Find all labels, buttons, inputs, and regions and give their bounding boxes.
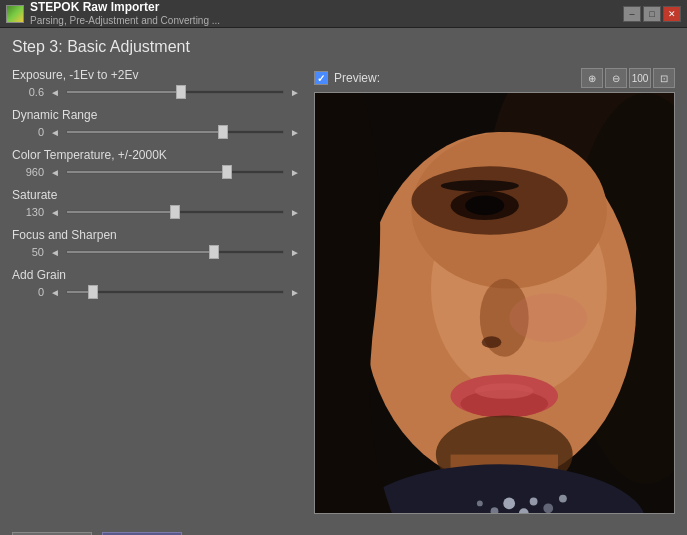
app-icon	[6, 5, 24, 23]
slider-label-exposure: Exposure, -1Ev to +2Ev	[12, 68, 302, 82]
slider-thumb-color-temperature[interactable]	[222, 165, 232, 179]
close-button[interactable]: ✕	[663, 6, 681, 22]
slider-group-add-grain: Add Grain0◄►	[12, 268, 302, 298]
preview-label: Preview:	[334, 71, 380, 85]
slider-track-saturate[interactable]	[66, 210, 284, 214]
svg-point-17	[530, 498, 538, 506]
slider-label-add-grain: Add Grain	[12, 268, 302, 282]
svg-point-19	[559, 495, 567, 503]
title-text-group: STEPOK Raw Importer Parsing, Pre-Adjustm…	[30, 0, 623, 26]
checkbox-checkmark: ✓	[317, 73, 325, 84]
slider-value-dynamic-range: 0	[12, 126, 44, 138]
slider-thumb-add-grain[interactable]	[88, 285, 98, 299]
slider-left-arrow-exposure[interactable]: ◄	[48, 87, 62, 98]
maximize-button[interactable]: □	[643, 6, 661, 22]
slider-fill-focus-sharpen	[67, 251, 214, 253]
slider-thumb-dynamic-range[interactable]	[218, 125, 228, 139]
slider-track-exposure[interactable]	[66, 90, 284, 94]
slider-value-add-grain: 0	[12, 286, 44, 298]
svg-point-18	[543, 503, 553, 513]
zoom-in-btn[interactable]: ⊕	[581, 68, 603, 88]
slider-row-add-grain: 0◄►	[12, 286, 302, 298]
slider-group-color-temperature: Color Temperature, +/-2000K960◄►	[12, 148, 302, 178]
slider-right-arrow-dynamic-range[interactable]: ►	[288, 127, 302, 138]
slider-left-arrow-focus-sharpen[interactable]: ◄	[48, 247, 62, 258]
slider-right-arrow-focus-sharpen[interactable]: ►	[288, 247, 302, 258]
slider-value-color-temperature: 960	[12, 166, 44, 178]
title-bar: STEPOK Raw Importer Parsing, Pre-Adjustm…	[0, 0, 687, 28]
slider-track-focus-sharpen[interactable]	[66, 250, 284, 254]
slider-thumb-exposure[interactable]	[176, 85, 186, 99]
zoom-100-btn[interactable]: 100	[629, 68, 651, 88]
slider-right-arrow-exposure[interactable]: ►	[288, 87, 302, 98]
svg-point-25	[509, 293, 587, 342]
slider-row-saturate: 130◄►	[12, 206, 302, 218]
app-title: STEPOK Raw Importer	[30, 0, 623, 14]
content-area: Exposure, -1Ev to +2Ev0.6◄►Dynamic Range…	[12, 68, 675, 514]
slider-group-exposure: Exposure, -1Ev to +2Ev0.6◄►	[12, 68, 302, 98]
slider-fill-color-temperature	[67, 171, 227, 173]
slider-track-color-temperature[interactable]	[66, 170, 284, 174]
main-content: Step 3: Basic Adjustment Exposure, -1Ev …	[0, 28, 687, 535]
zoom-out-btn[interactable]: ⊖	[605, 68, 627, 88]
svg-point-24	[482, 336, 502, 348]
preview-tools: ⊕⊖100⊡	[581, 68, 675, 88]
sliders-panel: Exposure, -1Ev to +2Ev0.6◄►Dynamic Range…	[12, 68, 302, 514]
preview-checkbox[interactable]: ✓	[314, 71, 328, 85]
preview-panel: ✓ Preview: ⊕⊖100⊡	[314, 68, 675, 514]
face-svg	[315, 93, 674, 513]
slider-fill-saturate	[67, 211, 175, 213]
slider-right-arrow-color-temperature[interactable]: ►	[288, 167, 302, 178]
slider-row-exposure: 0.6◄►	[12, 86, 302, 98]
slider-right-arrow-add-grain[interactable]: ►	[288, 287, 302, 298]
slider-value-focus-sharpen: 50	[12, 246, 44, 258]
slider-thumb-focus-sharpen[interactable]	[209, 245, 219, 259]
slider-left-arrow-color-temperature[interactable]: ◄	[48, 167, 62, 178]
slider-label-focus-sharpen: Focus and Sharpen	[12, 228, 302, 242]
svg-point-23	[441, 180, 519, 192]
bottom-bar: Cancel Next >	[12, 524, 675, 535]
preview-canvas	[315, 93, 674, 513]
preview-image	[314, 92, 675, 514]
slider-row-color-temperature: 960◄►	[12, 166, 302, 178]
slider-left-arrow-add-grain[interactable]: ◄	[48, 287, 62, 298]
slider-thumb-saturate[interactable]	[170, 205, 180, 219]
window-controls: – □ ✕	[623, 6, 681, 22]
svg-point-22	[465, 196, 504, 216]
slider-group-focus-sharpen: Focus and Sharpen50◄►	[12, 228, 302, 258]
slider-value-saturate: 130	[12, 206, 44, 218]
slider-left-arrow-saturate[interactable]: ◄	[48, 207, 62, 218]
slider-track-add-grain[interactable]	[66, 290, 284, 294]
minimize-button[interactable]: –	[623, 6, 641, 22]
svg-point-10	[475, 383, 534, 399]
preview-label-group: ✓ Preview:	[314, 71, 380, 85]
svg-point-20	[477, 500, 483, 506]
zoom-fit-btn[interactable]: ⊡	[653, 68, 675, 88]
slider-value-exposure: 0.6	[12, 86, 44, 98]
slider-label-saturate: Saturate	[12, 188, 302, 202]
slider-label-dynamic-range: Dynamic Range	[12, 108, 302, 122]
slider-row-dynamic-range: 0◄►	[12, 126, 302, 138]
slider-group-saturate: Saturate130◄►	[12, 188, 302, 218]
slider-track-dynamic-range[interactable]	[66, 130, 284, 134]
slider-fill-exposure	[67, 91, 182, 93]
slider-label-color-temperature: Color Temperature, +/-2000K	[12, 148, 302, 162]
slider-left-arrow-dynamic-range[interactable]: ◄	[48, 127, 62, 138]
preview-header: ✓ Preview: ⊕⊖100⊡	[314, 68, 675, 88]
slider-right-arrow-saturate[interactable]: ►	[288, 207, 302, 218]
step-title: Step 3: Basic Adjustment	[12, 38, 675, 56]
app-subtitle: Parsing, Pre-Adjustment and Converting .…	[30, 15, 623, 27]
slider-group-dynamic-range: Dynamic Range0◄►	[12, 108, 302, 138]
slider-fill-dynamic-range	[67, 131, 223, 133]
svg-point-14	[503, 498, 515, 510]
slider-row-focus-sharpen: 50◄►	[12, 246, 302, 258]
